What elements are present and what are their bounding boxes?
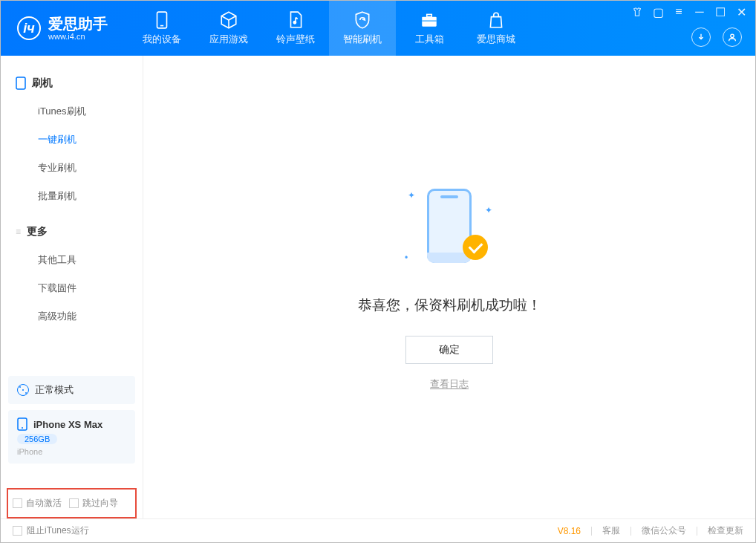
square-icon[interactable]: ▢ xyxy=(653,7,663,17)
app-url: www.i4.cn xyxy=(48,32,108,41)
version-label: V8.16 xyxy=(558,526,581,536)
footer-update-link[interactable]: 检查更新 xyxy=(708,524,743,537)
tab-apps-games[interactable]: 应用游戏 xyxy=(195,1,262,56)
success-message: 恭喜您，保资料刷机成功啦！ xyxy=(358,296,541,315)
device-name: iPhone XS Max xyxy=(33,419,102,430)
sidebar-item-pro-flash[interactable]: 专业刷机 xyxy=(1,154,143,182)
phone-small-icon xyxy=(17,417,27,431)
download-icon[interactable] xyxy=(691,27,711,47)
check-icon xyxy=(463,235,488,260)
view-log-link[interactable]: 查看日志 xyxy=(430,377,469,391)
footer-wechat-link[interactable]: 微信公众号 xyxy=(642,524,686,537)
tab-ringtone-wallpaper[interactable]: 铃声壁纸 xyxy=(262,1,329,56)
tab-shop[interactable]: 爱思商城 xyxy=(463,1,529,56)
sidebar-item-download-firmware[interactable]: 下载固件 xyxy=(1,274,143,302)
tab-label: 智能刷机 xyxy=(343,33,382,46)
svg-rect-3 xyxy=(422,17,437,27)
svg-point-6 xyxy=(731,34,734,37)
titlebar-icons: ▢ ≡ ─ ☐ ✕ xyxy=(632,7,746,17)
minimize-icon[interactable]: ─ xyxy=(694,7,705,17)
device-mode-label: 正常模式 xyxy=(35,383,74,397)
music-file-icon xyxy=(286,10,305,30)
menu-icon[interactable]: ≡ xyxy=(674,7,684,17)
list-icon: ≡ xyxy=(16,227,21,237)
options-highlight: 自动激活 跳过向导 xyxy=(7,488,137,518)
shield-refresh-icon xyxy=(353,10,372,30)
app-title: 爱思助手 xyxy=(48,16,108,32)
sidebar-item-other-tools[interactable]: 其他工具 xyxy=(1,246,143,274)
device-storage-badge: 256GB xyxy=(17,434,57,444)
tshirt-icon[interactable] xyxy=(632,7,642,17)
divider xyxy=(697,527,697,536)
device-info-card[interactable]: iPhone XS Max 256GB iPhone xyxy=(8,410,135,464)
sidebar-item-advanced[interactable]: 高级功能 xyxy=(1,302,143,331)
tab-my-device[interactable]: 我的设备 xyxy=(128,1,195,56)
svg-point-9 xyxy=(22,427,23,429)
svg-rect-4 xyxy=(427,14,432,16)
mode-icon xyxy=(17,384,29,396)
sidebar-item-itunes-flash[interactable]: iTunes刷机 xyxy=(1,97,143,126)
tab-label: 工具箱 xyxy=(415,33,444,46)
bag-icon xyxy=(486,10,506,30)
footer: 阻止iTunes运行 V8.16 客服 微信公众号 检查更新 xyxy=(1,518,755,542)
header: iч 爱思助手 www.i4.cn 我的设备 应用游戏 铃声壁纸 智能刷机 工具… xyxy=(1,1,755,56)
sidebar-item-oneclick-flash[interactable]: 一键刷机 xyxy=(1,126,143,154)
device-type: iPhone xyxy=(17,447,42,456)
sidebar-section-flash: 刷机 xyxy=(1,69,143,97)
tab-smart-flash[interactable]: 智能刷机 xyxy=(329,1,396,56)
logo-icon: iч xyxy=(17,16,41,40)
sidebar: 刷机 iTunes刷机 一键刷机 专业刷机 批量刷机 ≡ 更多 其他工具 下载固… xyxy=(1,56,143,518)
logo: iч 爱思助手 www.i4.cn xyxy=(1,16,121,41)
tab-label: 应用游戏 xyxy=(209,33,248,46)
maximize-icon[interactable]: ☐ xyxy=(715,7,726,17)
tab-toolbox[interactable]: 工具箱 xyxy=(396,1,463,56)
svg-point-2 xyxy=(293,22,296,24)
svg-rect-7 xyxy=(16,77,25,89)
tab-label: 爱思商城 xyxy=(477,33,515,46)
phone-small-icon xyxy=(16,77,26,90)
user-icon[interactable] xyxy=(723,27,742,47)
checkbox-auto-activate[interactable]: 自动激活 xyxy=(13,497,62,510)
briefcase-icon xyxy=(420,10,439,30)
divider xyxy=(630,527,631,536)
cube-icon xyxy=(219,10,238,30)
phone-icon xyxy=(152,10,172,30)
tab-label: 我的设备 xyxy=(143,33,181,46)
sidebar-section-more: ≡ 更多 xyxy=(1,218,143,246)
footer-support-link[interactable]: 客服 xyxy=(602,524,620,537)
success-illustration: ✦✦• xyxy=(405,184,494,273)
main-content: ✦✦• 恭喜您，保资料刷机成功啦！ 确定 查看日志 xyxy=(143,56,755,518)
divider xyxy=(591,527,592,536)
sidebar-item-batch-flash[interactable]: 批量刷机 xyxy=(1,182,143,210)
checkbox-stop-itunes[interactable]: 阻止iTunes运行 xyxy=(13,524,89,537)
tab-label: 铃声壁纸 xyxy=(276,33,315,46)
close-icon[interactable]: ✕ xyxy=(736,7,746,17)
confirm-button[interactable]: 确定 xyxy=(405,336,493,364)
device-mode-card[interactable]: 正常模式 xyxy=(8,376,135,404)
checkbox-skip-guide[interactable]: 跳过向导 xyxy=(69,497,118,510)
